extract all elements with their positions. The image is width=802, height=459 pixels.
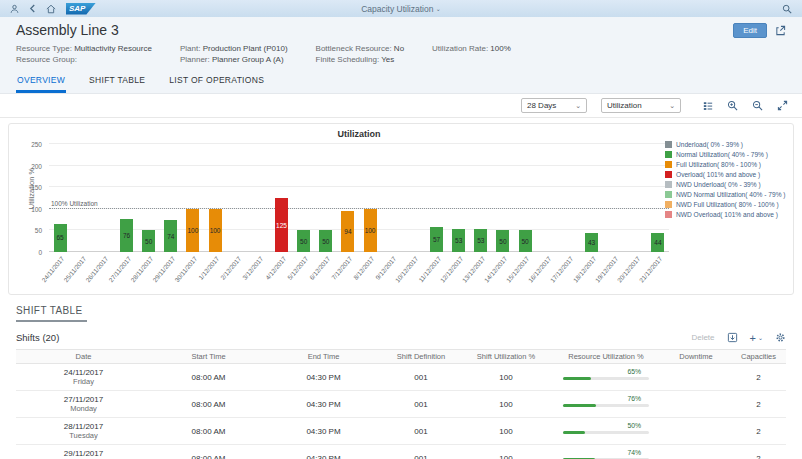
bar-value-label: 43 (588, 239, 595, 246)
chart-bar[interactable]: 53 (452, 229, 465, 252)
chart-bar[interactable]: 74 (164, 220, 177, 252)
bar-value-label: 74 (167, 233, 174, 240)
legend-toggle-icon[interactable] (703, 101, 713, 111)
bar-value-label: 53 (455, 237, 462, 244)
shift-table-section-title: SHIFT TABLE (16, 305, 786, 322)
bar-value-label: 50 (521, 238, 528, 245)
col-resource-utilization[interactable]: Resource Utilization % (551, 352, 661, 361)
legend-color-chip (665, 191, 672, 198)
x-tick-label: 9/12/2017 (355, 255, 398, 304)
col-capacities[interactable]: Capacities (731, 352, 786, 361)
x-tick-label: 6/12/2017 (288, 255, 331, 304)
col-downtime[interactable]: Downtime (661, 352, 731, 361)
cell-start-time: 08:00 AM (151, 400, 266, 409)
table-body: 24/11/2017Friday08:00 AM04:30 PM00110065… (16, 364, 786, 459)
col-end-time[interactable]: End Time (266, 352, 381, 361)
cell-shift-utilization: 100 (461, 373, 551, 382)
tab-shift-table[interactable]: SHIFT TABLE (88, 72, 146, 93)
table-row[interactable]: 27/11/2017Monday08:00 AM04:30 PM00110076… (16, 391, 786, 418)
cell-weekday: Tuesday (16, 431, 151, 440)
cell-resource-utilization: 76% (551, 401, 661, 407)
legend-label: NWD Normal Utilization( 40% - 79% ) (676, 190, 786, 200)
chart-bar[interactable]: 57 (430, 227, 443, 252)
back-icon[interactable] (29, 4, 36, 13)
cell-end-time: 04:30 PM (266, 454, 381, 459)
cell-date: 27/11/2017Monday (16, 395, 151, 413)
col-date[interactable]: Date (16, 352, 151, 361)
share-icon[interactable] (775, 25, 786, 36)
zoom-in-icon[interactable] (727, 100, 738, 111)
chart-bar[interactable]: 50 (297, 230, 310, 252)
cell-start-time: 08:00 AM (151, 454, 266, 459)
tab-list-of-operations[interactable]: LIST OF OPERATIONS (168, 72, 265, 93)
y-tick-label: 150 (31, 184, 42, 191)
search-icon[interactable] (782, 4, 792, 14)
app-title[interactable]: Capacity Utilization ⌄ (0, 3, 802, 14)
progress-value-label: 74% (627, 449, 641, 456)
chart-bar[interactable]: 100 (364, 209, 377, 252)
chart-bar[interactable]: 53 (474, 229, 487, 252)
y-tick-label: 200 (31, 162, 42, 169)
shifts-table-header-bar: Shifts (20) Delete + ⌄ (16, 332, 786, 343)
legend-label: NWD Full Utilization( 80% - 100% ) (676, 200, 779, 210)
user-icon[interactable] (10, 4, 19, 14)
chart-bar[interactable]: 94 (341, 211, 354, 252)
bar-value-label: 94 (344, 228, 351, 235)
delete-button[interactable]: Delete (691, 333, 714, 342)
x-tick-label: 16/12/2017 (510, 255, 553, 304)
edit-button[interactable]: Edit (733, 23, 767, 38)
chart-bar[interactable]: 65 (54, 224, 67, 252)
reference-line-100pct (49, 208, 669, 209)
progress-track (563, 431, 649, 434)
bar-value-label: 125 (276, 222, 287, 229)
field-plant: Plant: Production Plant (P010) (180, 43, 288, 54)
col-start-time[interactable]: Start Time (151, 352, 266, 361)
plus-icon: + (750, 333, 756, 343)
field-utilization-rate: Utilization Rate: 100% (432, 43, 511, 54)
legend-color-chip (665, 181, 672, 188)
export-icon[interactable] (727, 332, 738, 343)
chart-bar[interactable]: 50 (319, 230, 332, 252)
tab-overview[interactable]: OVERVIEW (16, 72, 66, 93)
x-tick-label: 29/11/2017 (133, 255, 176, 304)
col-shift-utilization[interactable]: Shift Utilization % (461, 352, 551, 361)
add-button[interactable]: + ⌄ (750, 333, 763, 343)
cell-shift-definition: 001 (381, 373, 461, 382)
progress-track (563, 377, 649, 380)
chart-bar[interactable]: 125 (275, 198, 288, 252)
chart-bar[interactable]: 44 (651, 233, 664, 252)
field-bottleneck-resource: Bottleneck Resource: No (316, 43, 405, 54)
chevron-down-icon: ⌄ (575, 102, 581, 110)
cell-shift-utilization: 100 (461, 427, 551, 436)
progress-value-label: 50% (627, 422, 641, 429)
chart-bar[interactable]: 50 (496, 230, 509, 252)
period-select[interactable]: 28 Days⌄ (521, 98, 587, 113)
home-icon[interactable] (46, 4, 56, 14)
chart-bar[interactable]: 50 (142, 230, 155, 252)
chevron-down-icon: ⌄ (669, 102, 675, 110)
table-row[interactable]: 24/11/2017Friday08:00 AM04:30 PM00110065… (16, 364, 786, 391)
page-title: Assembly Line 3 (16, 22, 119, 38)
legend-label: Normal Utilization( 40% - 79% ) (676, 150, 768, 160)
x-tick-label: 4/12/2017 (244, 255, 287, 304)
chart-bar[interactable]: 100 (209, 209, 222, 252)
chart-bar[interactable]: 76 (120, 219, 133, 252)
settings-icon[interactable] (775, 332, 786, 343)
measure-select[interactable]: Utilization⌄ (601, 98, 681, 113)
chart-title: Utilization (49, 129, 669, 139)
cell-shift-definition: 001 (381, 427, 461, 436)
table-row[interactable]: 29/11/2017Wednesday08:00 AM04:30 PM00110… (16, 445, 786, 459)
cell-weekday: Friday (16, 377, 151, 386)
cell-date: 29/11/2017Wednesday (16, 449, 151, 459)
chart-bar[interactable]: 100 (186, 209, 199, 252)
chart-bar[interactable]: 43 (585, 233, 598, 252)
legend-label: Underload( 0% - 39% ) (676, 140, 743, 150)
fullscreen-icon[interactable] (777, 100, 788, 111)
table-row[interactable]: 28/11/2017Tuesday08:00 AM04:30 PM0011005… (16, 418, 786, 445)
col-shift-definition[interactable]: Shift Definition (381, 352, 461, 361)
chart-bar[interactable]: 50 (519, 230, 532, 252)
x-tick-label: 27/11/2017 (89, 255, 132, 304)
shell-bar: SAP Capacity Utilization ⌄ (0, 0, 802, 17)
zoom-out-icon[interactable] (752, 100, 763, 111)
cell-weekday: Monday (16, 404, 151, 413)
